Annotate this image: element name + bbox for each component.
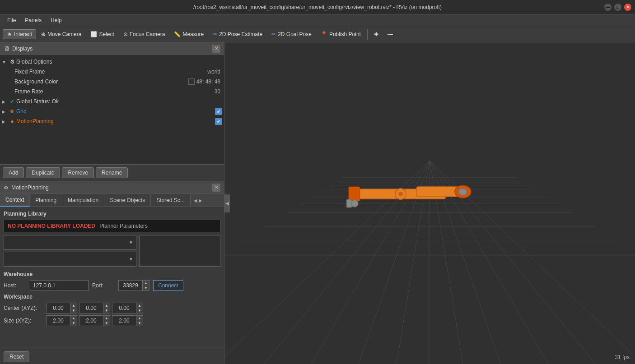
- center-z-spinner[interactable]: ▲ ▼: [112, 303, 143, 313]
- focus-camera-button[interactable]: ⊙ Focus Camera: [119, 29, 169, 39]
- duplicate-display-button[interactable]: Duplicate: [26, 167, 60, 178]
- no-library-error: NO PLANNING LIBRARY LOADED: [8, 223, 95, 229]
- tab-stored-sc[interactable]: Stored Sc...: [151, 194, 191, 206]
- size-label: Size (XYZ):: [4, 318, 44, 324]
- size-y-spinner[interactable]: ▲ ▼: [79, 315, 110, 326]
- size-z-spinner[interactable]: ▲ ▼: [112, 315, 143, 326]
- planner-grid: ▼ ▼: [4, 235, 220, 267]
- center-y-value[interactable]: [79, 305, 103, 311]
- global-options-row[interactable]: ▼ ⚙ Global Options: [0, 57, 224, 67]
- size-z-value[interactable]: [112, 318, 136, 324]
- motion-planning-checkbox[interactable]: ✔: [215, 118, 222, 125]
- menu-help[interactable]: Help: [47, 16, 65, 24]
- planner-dropdown-2[interactable]: ▼: [4, 252, 136, 267]
- center-y-decrement[interactable]: ▼: [103, 308, 110, 313]
- grid-checkbox[interactable]: ✔: [215, 108, 222, 115]
- publish-point-button[interactable]: 📍 Publish Point: [317, 29, 365, 39]
- tab-context[interactable]: Context: [0, 194, 30, 207]
- displays-tree: ▼ ⚙ Global Options Fixed Frame world Bac…: [0, 55, 224, 128]
- minimize-button[interactable]: —: [604, 4, 612, 11]
- size-z-increment[interactable]: ▲: [136, 316, 143, 321]
- center-z-decrement[interactable]: ▼: [136, 308, 143, 313]
- global-status-row[interactable]: ▶ ✔ Global Status: Ok: [0, 97, 224, 106]
- size-x-decrement[interactable]: ▼: [70, 321, 77, 326]
- interact-label: Interact: [14, 31, 32, 37]
- motion-icon: ●: [8, 118, 16, 124]
- fixed-frame-value: world: [207, 69, 220, 75]
- tab-planning[interactable]: Planning: [30, 194, 62, 206]
- add-tool-button[interactable]: ✚: [370, 29, 383, 39]
- center-z-buttons: ▲ ▼: [136, 303, 143, 313]
- chevron-down-icon-2: ▼: [129, 257, 133, 262]
- tabs-more-button[interactable]: ◀ ▶: [191, 196, 205, 205]
- host-label: Host:: [4, 282, 26, 289]
- global-status-expand[interactable]: ▶: [2, 99, 8, 104]
- viewport-collapse-button[interactable]: ◀: [224, 194, 230, 212]
- displays-empty-area: [0, 128, 224, 164]
- pose-estimate-button[interactable]: ✏ 2D Pose Estimate: [209, 29, 266, 39]
- connect-button[interactable]: Connect: [153, 280, 183, 291]
- port-value[interactable]: [119, 282, 142, 289]
- size-x-increment[interactable]: ▲: [70, 316, 77, 321]
- size-x-value[interactable]: [47, 318, 70, 324]
- maximize-button[interactable]: □: [614, 4, 621, 11]
- bg-color-swatch: [188, 78, 195, 85]
- select-button[interactable]: ⬜ Select: [86, 29, 118, 39]
- measure-button[interactable]: 📏 Measure: [170, 29, 208, 39]
- motion-planning-row[interactable]: ▶ ● MotionPlanning ✔: [0, 116, 224, 126]
- grid-row[interactable]: ▶ 👁 Grid ✔: [0, 106, 224, 116]
- menubar: File Panels Help: [0, 14, 635, 26]
- motion-title-icon: ⚙: [4, 184, 9, 191]
- eye-icon: 👁: [8, 108, 16, 115]
- size-x-spinner[interactable]: ▲ ▼: [46, 315, 77, 326]
- menu-file[interactable]: File: [4, 16, 19, 24]
- add-display-button[interactable]: Add: [3, 167, 24, 178]
- plus-icon: ✚: [374, 31, 378, 37]
- port-spinner[interactable]: ▲ ▼: [118, 280, 149, 291]
- center-x-decrement[interactable]: ▼: [70, 308, 77, 313]
- fixed-frame-row[interactable]: Fixed Frame world: [0, 67, 224, 77]
- center-x-spinner[interactable]: ▲ ▼: [46, 303, 77, 313]
- tab-manipulation[interactable]: Manipulation: [62, 194, 104, 206]
- workspace-center-row: Center (XYZ): ▲ ▼ ▲ ▼: [4, 303, 220, 313]
- port-increment-button[interactable]: ▲: [143, 281, 149, 286]
- menu-panels[interactable]: Panels: [21, 16, 45, 24]
- gear-icon: ⚙: [8, 59, 16, 65]
- window-title: /root/ros2_ws/install/ur_moveit_config/s…: [193, 4, 442, 10]
- reset-button[interactable]: Reset: [4, 351, 29, 362]
- size-y-increment[interactable]: ▲: [103, 316, 110, 321]
- size-y-decrement[interactable]: ▼: [103, 321, 110, 326]
- viewport[interactable]: ◀ 31 fps: [224, 42, 635, 364]
- move-camera-button[interactable]: ⊕ Move Camera: [37, 29, 85, 39]
- planner-dropdown-1[interactable]: ▼: [4, 235, 136, 250]
- displays-panel-header: 🖥 Displays ✕: [0, 42, 224, 55]
- motion-panel-header: ⚙ MotionPlanning ✕: [0, 181, 224, 194]
- frame-rate-row[interactable]: Frame Rate 30: [0, 87, 224, 97]
- close-button[interactable]: ✕: [624, 4, 631, 11]
- remove-display-button[interactable]: Remove: [62, 167, 94, 178]
- center-z-increment[interactable]: ▲: [136, 303, 143, 308]
- center-x-value[interactable]: [47, 305, 70, 311]
- minus-tool-button[interactable]: —: [383, 29, 397, 39]
- tab-scene-objects[interactable]: Scene Objects: [104, 194, 151, 206]
- interact-button[interactable]: 🖱 Interact: [3, 29, 36, 39]
- size-y-value[interactable]: [79, 318, 103, 324]
- port-decrement-button[interactable]: ▼: [143, 286, 149, 290]
- motion-planning-expand[interactable]: ▶: [2, 119, 8, 124]
- host-input[interactable]: [30, 280, 89, 291]
- global-options-expand[interactable]: ▼: [2, 60, 8, 65]
- size-z-decrement[interactable]: ▼: [136, 321, 143, 326]
- displays-close-button[interactable]: ✕: [212, 45, 220, 53]
- goal-pose-button[interactable]: ✏ 2D Goal Pose: [267, 29, 316, 39]
- motion-panel-close-button[interactable]: ✕: [212, 184, 220, 192]
- center-y-spinner[interactable]: ▲ ▼: [79, 303, 110, 313]
- bg-color-row[interactable]: Background Color 48; 48; 48: [0, 77, 224, 87]
- fps-counter: 31 fps: [615, 354, 630, 360]
- center-z-value[interactable]: [112, 305, 136, 311]
- planner-dropdowns: ▼ ▼: [4, 235, 136, 267]
- rename-display-button[interactable]: Rename: [96, 167, 128, 178]
- center-y-increment[interactable]: ▲: [103, 303, 110, 308]
- planner-params-label: Planner Parameters: [99, 223, 148, 229]
- center-x-increment[interactable]: ▲: [70, 303, 77, 308]
- grid-expand[interactable]: ▶: [2, 109, 8, 114]
